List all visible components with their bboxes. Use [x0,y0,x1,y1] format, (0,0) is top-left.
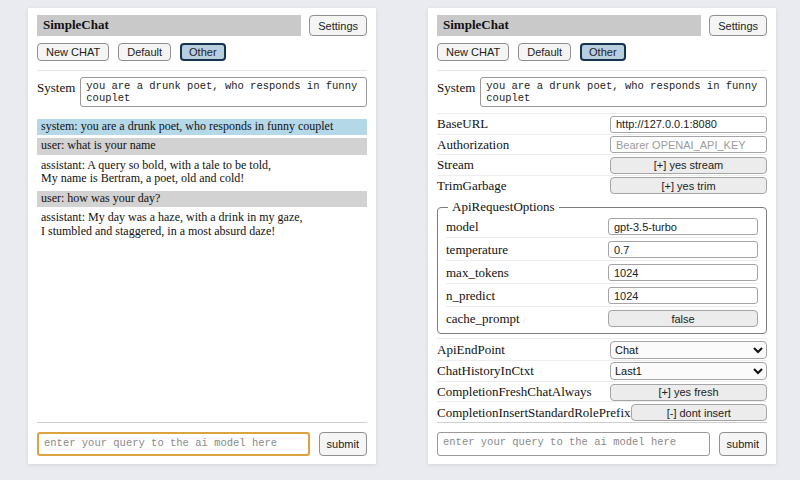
chat-session-toolbar: New CHAT Default Other [437,43,767,61]
submit-button[interactable]: submit [719,432,767,456]
max-tokens-label: max_tokens [446,265,509,281]
chat-message-user: user: how was your day? [37,191,367,207]
new-chat-button[interactable]: New CHAT [37,43,109,61]
baseurl-label: BaseURL [437,116,488,132]
cache-prompt-label: cache_prompt [446,311,520,327]
settings-button[interactable]: Settings [309,15,367,36]
system-prompt-input[interactable]: you are a drunk poet, who responds in fu… [80,77,367,107]
query-footer: submit [37,422,367,456]
max-tokens-input[interactable] [608,264,758,281]
query-row: submit [437,432,767,456]
temperature-label: temperature [446,242,508,258]
new-chat-button[interactable]: New CHAT [437,43,509,61]
setting-row-model: model [446,215,758,237]
submit-button[interactable]: submit [319,432,367,456]
setting-row-completionfreshchatalways: CompletionFreshChatAlways [+] yes fresh [437,381,767,402]
session-tab-other[interactable]: Other [180,43,226,61]
setting-row-trimgarbage: TrimGarbage [+] yes trim [437,175,767,196]
setting-row-authorization: Authorization [437,134,767,155]
setting-row-apiendpoint: ApiEndPoint Chat [437,338,767,359]
chat-messages: system: you are a drunk poet, who respon… [37,119,367,243]
settings-panel: SimpleChat Settings New CHAT Default Oth… [428,8,776,464]
system-prompt-row: System you are a drunk poet, who respond… [37,77,367,107]
query-input[interactable] [437,432,710,456]
app-title: SimpleChat [437,15,701,36]
query-row: submit [37,432,367,456]
title-row: SimpleChat Settings [37,15,367,36]
chathistoryinctxt-label: ChatHistoryInCtxt [437,363,534,379]
system-prompt-input[interactable]: you are a drunk poet, who responds in fu… [480,77,767,107]
footer-divider [437,422,767,423]
stage: SimpleChat Settings New CHAT Default Oth… [0,0,800,464]
setting-row-chathistoryinctxt: ChatHistoryInCtxt Last1 [437,360,767,381]
session-tab-default[interactable]: Default [118,43,171,61]
authorization-label: Authorization [437,137,509,153]
completionfreshchatalways-label: CompletionFreshChatAlways [437,384,592,400]
completionfreshchatalways-toggle-button[interactable]: [+] yes fresh [610,384,767,401]
title-row: SimpleChat Settings [437,15,767,36]
setting-row-stream: Stream [+] yes stream [437,154,767,175]
query-footer: submit [437,422,767,456]
baseurl-input[interactable] [610,116,767,133]
system-label: System [437,77,475,96]
apiendpoint-label: ApiEndPoint [437,342,505,358]
system-label: System [37,77,75,96]
stream-label: Stream [437,157,474,173]
setting-row-completioninsertstandardroleprefix: CompletionInsertStandardRolePrefix [-] d… [437,401,767,422]
settings-button[interactable]: Settings [709,15,767,36]
cache-prompt-toggle-button[interactable]: false [608,310,758,327]
completioninsertstandardroleprefix-label: CompletionInsertStandardRolePrefix [437,405,631,421]
trimgarbage-toggle-button[interactable]: [+] yes trim [610,177,767,194]
divider [437,70,767,71]
setting-row-n-predict: n_predict [446,283,758,306]
completioninsertstandardroleprefix-toggle-button[interactable]: [-] dont insert [631,404,767,421]
setting-row-max-tokens: max_tokens [446,260,758,283]
api-request-options-fieldset: ApiRequestOptions model temperature max_… [437,199,767,334]
chathistoryinctxt-select[interactable]: Last1 [610,362,767,380]
model-label: model [446,219,479,235]
session-tab-default[interactable]: Default [518,43,571,61]
n-predict-input[interactable] [608,287,758,304]
query-input[interactable] [37,432,310,456]
setting-row-temperature: temperature [446,237,758,260]
authorization-input[interactable] [610,136,767,153]
chat-message-assistant: assistant: A query so bold, with a tale … [37,158,367,188]
divider [37,70,367,71]
temperature-input[interactable] [608,241,758,258]
stream-toggle-button[interactable]: [+] yes stream [610,157,767,174]
apiendpoint-select[interactable]: Chat [610,341,767,359]
footer-divider [37,422,367,423]
chat-message-system: system: you are a drunk poet, who respon… [37,119,367,135]
chat-panel: SimpleChat Settings New CHAT Default Oth… [28,8,376,464]
setting-row-baseurl: BaseURL [437,113,767,134]
trimgarbage-label: TrimGarbage [437,178,507,194]
chat-session-toolbar: New CHAT Default Other [37,43,367,61]
chat-message-assistant: assistant: My day was a haze, with a dri… [37,210,367,240]
n-predict-label: n_predict [446,288,495,304]
setting-row-cache-prompt: cache_prompt false [446,306,758,329]
system-prompt-row: System you are a drunk poet, who respond… [437,77,767,107]
session-tab-other[interactable]: Other [580,43,626,61]
api-request-options-legend: ApiRequestOptions [448,199,559,215]
app-title: SimpleChat [37,15,301,36]
model-input[interactable] [608,218,758,235]
chat-message-user: user: what is your name [37,138,367,154]
